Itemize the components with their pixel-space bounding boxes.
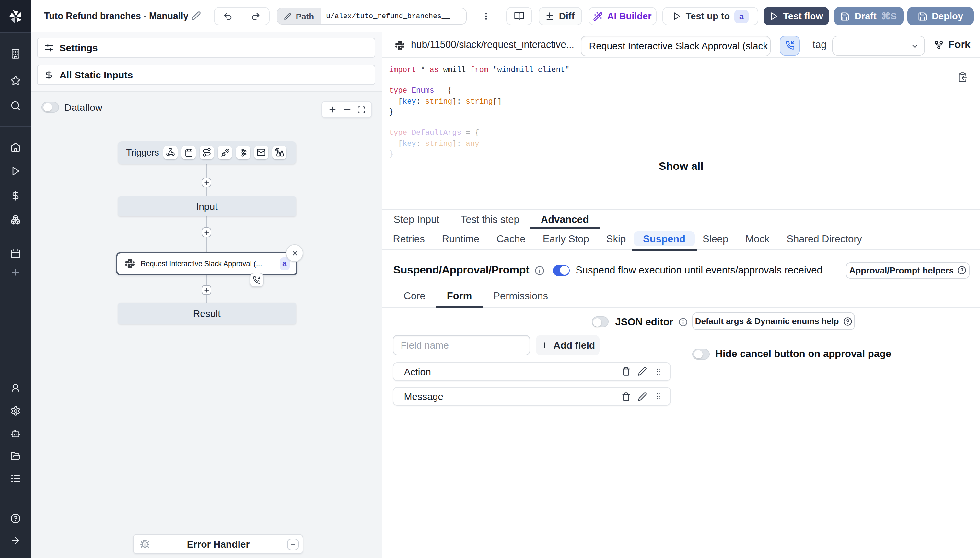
sidebar-settings-icon[interactable] — [10, 406, 21, 416]
path-input[interactable]: u/alex/tuto_refund_branches__ — [322, 8, 466, 24]
sidebar-home-icon[interactable] — [10, 142, 21, 152]
flow-panel: Settings All Static Inputs Dataflow Trig… — [31, 33, 382, 558]
hub-script-path[interactable]: hub/11500/slack/request_interactive... — [411, 33, 575, 57]
sidebar-add-icon[interactable] — [10, 267, 21, 277]
zoom-in-button[interactable] — [328, 105, 337, 114]
websocket-trigger-button[interactable] — [218, 146, 232, 159]
sidebar-runs-icon[interactable] — [10, 166, 21, 176]
error-handler-node[interactable]: Error Handler — [133, 534, 303, 554]
deploy-button[interactable]: Deploy — [908, 7, 973, 25]
path-label[interactable]: Path — [277, 8, 322, 24]
result-node[interactable]: Result — [118, 302, 296, 324]
dataflow-toggle[interactable] — [41, 102, 59, 112]
edit-field-button[interactable] — [638, 367, 647, 376]
code-editor[interactable]: import * as wmill from "windmill-client"… — [382, 58, 980, 209]
undo-button[interactable] — [215, 8, 242, 25]
test-up-to-button[interactable]: Test up to a — [662, 7, 758, 25]
edit-field-button[interactable] — [638, 392, 647, 401]
tab-advanced[interactable]: Advanced — [530, 210, 599, 229]
tab-early-stop[interactable]: Early Stop — [543, 233, 589, 245]
tab-retries[interactable]: Retries — [393, 233, 425, 245]
field-row-message: Message — [393, 387, 671, 406]
step-detail-panel: hub/11500/slack/request_interactive... R… — [382, 33, 980, 558]
windmill-logo[interactable] — [0, 0, 31, 33]
field-name-input[interactable]: Field name — [393, 335, 530, 355]
sidebar-logs-icon[interactable] — [10, 473, 21, 483]
sidebar-variables-icon[interactable] — [10, 190, 21, 201]
tab-cache[interactable]: Cache — [496, 233, 526, 245]
scheduled-poll-trigger-button[interactable] — [272, 146, 286, 159]
sidebar-workers-icon[interactable] — [10, 428, 21, 438]
subtab-form[interactable]: Form — [436, 286, 483, 307]
slack-icon — [396, 41, 405, 52]
schedule-trigger-button[interactable] — [182, 146, 196, 159]
email-trigger-button[interactable] — [254, 146, 268, 159]
slack-approval-node[interactable]: Request Interactive Slack Approval (... … — [116, 252, 297, 275]
subtab-core[interactable]: Core — [393, 286, 436, 307]
tab-sleep[interactable]: Sleep — [703, 233, 728, 245]
info-icon[interactable] — [534, 265, 544, 275]
sidebar-expand-icon[interactable] — [10, 535, 21, 545]
sidebar-search-icon[interactable] — [10, 100, 21, 110]
add-error-handler-button[interactable] — [287, 538, 299, 550]
http-route-trigger-button[interactable] — [200, 146, 214, 159]
approval-prompt-helpers-button[interactable]: Approval/Prompt helpers — [846, 262, 970, 279]
hide-cancel-toggle[interactable] — [693, 348, 710, 359]
add-step-button[interactable] — [202, 285, 212, 295]
fit-view-button[interactable] — [358, 105, 366, 114]
more-menu-button[interactable] — [481, 7, 491, 25]
copy-code-button[interactable] — [957, 72, 968, 82]
diff-button[interactable]: Diff — [538, 7, 582, 25]
delete-field-button[interactable] — [622, 392, 630, 401]
test-flow-button[interactable]: Test flow — [763, 7, 829, 25]
tab-shared-directory[interactable]: Shared Directory — [786, 233, 862, 245]
drag-field-handle[interactable] — [654, 367, 662, 376]
subtab-permissions[interactable]: Permissions — [483, 286, 559, 307]
fork-button[interactable]: Fork — [934, 33, 970, 57]
sidebar-user-icon[interactable] — [10, 383, 21, 393]
tab-runtime[interactable]: Runtime — [442, 233, 479, 245]
sidebar-workspace-icon[interactable] — [10, 48, 21, 59]
add-step-button[interactable] — [202, 178, 212, 188]
tab-skip[interactable]: Skip — [606, 233, 626, 245]
step-name-input[interactable]: Request Interactive Slack Approval (slac… — [581, 35, 771, 56]
suspend-enabled-toggle[interactable] — [553, 265, 570, 276]
triggers-bar[interactable]: Triggers — [118, 141, 296, 164]
json-editor-toggle[interactable] — [592, 316, 609, 327]
kafka-trigger-button[interactable] — [236, 146, 250, 159]
delete-field-button[interactable] — [622, 367, 630, 376]
sidebar-schedules-icon[interactable] — [10, 248, 21, 259]
default-args-help-button[interactable]: Default args & Dynamic enums help — [693, 312, 855, 330]
flow-canvas[interactable]: Dataflow Triggers — [31, 92, 382, 558]
webhook-trigger-button[interactable] — [164, 146, 177, 159]
tab-mock[interactable]: Mock — [745, 233, 769, 245]
tab-test-this-step[interactable]: Test this step — [450, 210, 530, 229]
redo-button[interactable] — [242, 8, 269, 25]
zoom-controls — [322, 101, 372, 118]
ai-builder-button[interactable]: AI Builder — [588, 7, 656, 25]
suspend-section-header: Suspend/Approval/Prompt Suspend flow exe… — [394, 259, 822, 282]
tag-select[interactable] — [832, 35, 925, 56]
add-field-button[interactable]: Add field — [536, 335, 599, 355]
play-icon — [769, 11, 778, 21]
zoom-out-button[interactable] — [343, 105, 351, 114]
sidebar-favorites-icon[interactable] — [10, 75, 21, 85]
settings-button[interactable]: Settings — [37, 38, 375, 58]
approval-phone-button[interactable] — [780, 35, 800, 56]
draft-button[interactable]: Draft ⌘S — [834, 7, 903, 25]
edit-title-icon[interactable] — [191, 11, 201, 21]
sidebar-resources-icon[interactable] — [10, 215, 21, 225]
sidebar-help-icon[interactable] — [10, 513, 21, 524]
tab-step-input[interactable]: Step Input — [383, 210, 450, 229]
delete-step-button[interactable] — [286, 245, 303, 262]
input-node[interactable]: Input — [118, 196, 296, 217]
drag-field-handle[interactable] — [654, 392, 662, 400]
tab-suspend[interactable]: Suspend — [634, 232, 694, 246]
docs-button[interactable] — [506, 7, 532, 25]
sidebar-folders-icon[interactable] — [10, 451, 21, 461]
all-static-inputs-button[interactable]: All Static Inputs — [37, 64, 375, 85]
info-icon[interactable] — [679, 317, 688, 326]
add-step-button[interactable] — [202, 228, 212, 237]
show-all-button[interactable]: Show all — [382, 160, 980, 173]
bug-icon — [140, 539, 149, 549]
